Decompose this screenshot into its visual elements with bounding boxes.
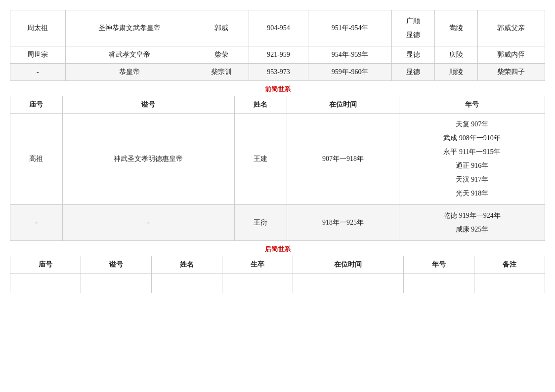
col-reign: 在位时间 [287, 96, 399, 114]
nianhao-cell: 广顺显德 [392, 10, 435, 46]
empty-cell [151, 274, 222, 293]
miaohao-cell: 周太祖 [10, 10, 66, 46]
col-shihao: 谥号 [62, 96, 234, 114]
empty-cell [404, 274, 474, 293]
shihao-cell: - [62, 205, 234, 241]
col-name: 姓名 [151, 256, 222, 274]
zhou-table: 周太祖 圣神恭肃文武孝皇帝 郭威 904-954 951年-954年 广顺显德 … [10, 10, 545, 81]
col-reign: 在位时间 [293, 256, 404, 274]
name-cell: 王衍 [234, 205, 287, 241]
name-cell: 郭威 [194, 10, 249, 46]
shihao-cell: 圣神恭肃文武孝皇帝 [65, 10, 194, 46]
note-cell: 柴荣四子 [477, 64, 545, 81]
note-cell: 郭威父亲 [477, 10, 545, 46]
houshu-table: 庙号 谥号 姓名 生卒 在位时间 年号 备注 [10, 256, 545, 293]
shihao-cell: 神武圣文孝明德惠皇帝 [62, 114, 234, 205]
miaohao-cell: - [10, 64, 66, 81]
nianhao-cell: 显德 [392, 64, 435, 81]
reign-cell: 959年-960年 [308, 64, 391, 81]
nianhao-cell: 显德 [392, 46, 435, 64]
reign-cell: 918年一925年 [287, 205, 399, 241]
empty-cell [222, 274, 293, 293]
col-miaohao: 庙号 [10, 96, 63, 114]
nianhao-cell: 乾德 919年一924年 咸康 925年 [399, 205, 545, 241]
empty-cell [10, 274, 81, 293]
birth-cell: 921-959 [249, 46, 308, 64]
col-nianhao: 年号 [399, 96, 545, 114]
miaohao-cell: 周世宗 [10, 46, 66, 64]
qianshu-title: 前蜀世系 [10, 85, 545, 94]
col-name: 姓名 [234, 96, 287, 114]
empty-cell [293, 274, 404, 293]
empty-cell [81, 274, 151, 293]
table-row: - - 王衍 918年一925年 乾德 919年一924年 咸康 925年 [10, 205, 545, 241]
reign-cell: 907年一918年 [287, 114, 399, 205]
name-cell: 柴荣 [194, 46, 249, 64]
name-cell: 柴宗训 [194, 64, 249, 81]
shihao-cell: 恭皇帝 [65, 64, 194, 81]
table-row: - 恭皇帝 柴宗训 953-973 959年-960年 显德 顺陵 柴荣四子 [10, 64, 545, 81]
empty-cell [474, 274, 545, 293]
qianshu-table: 庙号 谥号 姓名 在位时间 年号 高祖 神武圣文孝明德惠皇帝 王建 907年一9… [10, 96, 545, 241]
birth-cell: 904-954 [249, 10, 308, 46]
table-row: 高祖 神武圣文孝明德惠皇帝 王建 907年一918年 天复 907年 武成 90… [10, 114, 545, 205]
nianhao-cell: 天复 907年 武成 908年一910年 永平 911年一915年 通正 916… [399, 114, 545, 205]
col-nianhao: 年号 [404, 256, 474, 274]
header-row: 庙号 谥号 姓名 在位时间 年号 [10, 96, 545, 114]
note-cell: 郭威内侄 [477, 46, 545, 64]
miaohao-cell: 高祖 [10, 114, 63, 205]
table-row: 周太祖 圣神恭肃文武孝皇帝 郭威 904-954 951年-954年 广顺显德 … [10, 10, 545, 46]
shihao-cell: 睿武孝文皇帝 [65, 46, 194, 64]
mausoleum-cell: 嵩陵 [434, 10, 477, 46]
col-shihao: 谥号 [81, 256, 151, 274]
mausoleum-cell: 庆陵 [434, 46, 477, 64]
header-row: 庙号 谥号 姓名 生卒 在位时间 年号 备注 [10, 256, 545, 274]
houshu-title: 后蜀世系 [10, 245, 545, 254]
table-row: 周世宗 睿武孝文皇帝 柴荣 921-959 954年-959年 显德 庆陵 郭威… [10, 46, 545, 64]
name-cell: 王建 [234, 114, 287, 205]
table-row [10, 274, 545, 293]
col-note: 备注 [474, 256, 545, 274]
birth-cell: 953-973 [249, 64, 308, 81]
reign-cell: 951年-954年 [308, 10, 391, 46]
miaohao-cell: - [10, 205, 63, 241]
col-miaohao: 庙号 [10, 256, 81, 274]
mausoleum-cell: 顺陵 [434, 64, 477, 81]
reign-cell: 954年-959年 [308, 46, 391, 64]
col-birth: 生卒 [222, 256, 293, 274]
